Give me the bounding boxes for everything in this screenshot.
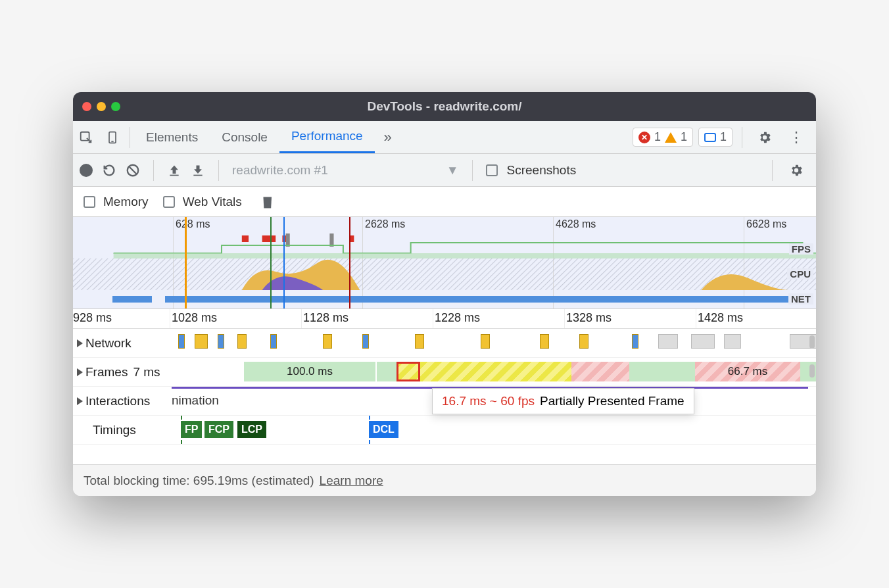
overview-selection-start[interactable] (185, 217, 187, 308)
window-title: DevTools - readwrite.com/ (73, 99, 816, 114)
maximize-icon[interactable] (111, 102, 120, 111)
more-tabs-icon[interactable]: » (375, 121, 401, 153)
overview-tick: 628 ms (176, 218, 210, 230)
frame-duration-first: 7 ms (133, 365, 160, 380)
fps-lane-label: FPS (789, 243, 813, 255)
ruler-tick: 1228 ms (435, 311, 480, 325)
capture-settings-icon[interactable] (783, 163, 809, 178)
expand-icon[interactable] (77, 339, 83, 347)
settings-icon[interactable] (752, 130, 778, 145)
webvitals-checkbox[interactable] (163, 196, 175, 208)
reload-record-button[interactable] (102, 163, 116, 178)
save-profile-button[interactable] (191, 163, 205, 178)
performance-options: Memory Web Vitals (73, 187, 816, 217)
net-lane-label: NET (788, 293, 813, 305)
chevron-down-icon: ▼ (446, 163, 459, 178)
overview-marker-fcp (270, 217, 272, 308)
webvitals-label: Web Vitals (183, 195, 242, 209)
timings-track-label: Timings (93, 423, 136, 437)
overview-marker-dcl (283, 217, 285, 308)
timing-guideline (369, 416, 370, 444)
timings-track[interactable]: Timings FP FCP LCP DCL (73, 416, 816, 445)
learn-more-link[interactable]: Learn more (320, 474, 383, 488)
overview-tick: 6628 ms (746, 218, 786, 230)
screenshots-label: Screenshots (507, 163, 577, 178)
frames-track-label: Frames (85, 365, 128, 380)
garbage-collect-button[interactable] (262, 195, 274, 208)
ruler-tick: 1128 ms (303, 311, 348, 325)
svg-rect-6 (193, 174, 202, 176)
issues-chip[interactable]: ✕ 1 1 (633, 128, 693, 147)
warning-count: 1 (681, 130, 687, 144)
load-profile-button[interactable] (167, 163, 181, 178)
tab-elements[interactable]: Elements (134, 121, 210, 153)
message-icon (704, 133, 716, 142)
animation-label: nimation (172, 393, 219, 408)
ruler-tick: 1028 ms (172, 311, 217, 325)
tab-performance[interactable]: Performance (279, 121, 375, 153)
kebab-menu-icon[interactable]: ⋮ (783, 129, 809, 146)
recording-selector[interactable]: readwrite.com #1 ▼ (232, 163, 459, 178)
close-icon[interactable] (82, 102, 91, 111)
network-track[interactable]: Network (73, 329, 816, 358)
window-controls (82, 102, 120, 111)
frame-selected[interactable] (396, 362, 420, 381)
blocking-time-label: Total blocking time: 695.19ms (estimated… (84, 474, 314, 488)
titlebar: DevTools - readwrite.com/ (73, 92, 816, 121)
panel-tabbar: Elements Console Performance » ✕ 1 1 1 ⋮ (73, 121, 816, 154)
timing-guideline (181, 416, 182, 444)
inspect-element-icon[interactable] (73, 121, 99, 153)
summary-footer: Total blocking time: 695.19ms (estimated… (73, 464, 816, 496)
cpu-lane-label: CPU (787, 268, 813, 280)
message-count: 1 (720, 130, 727, 144)
clear-button[interactable] (126, 163, 140, 178)
interactions-track[interactable]: Interactions nimation 16.7 ms ~ 60 fps P… (73, 387, 816, 416)
minimize-icon[interactable] (97, 102, 106, 111)
recording-name: readwrite.com #1 (232, 163, 328, 178)
svg-line-4 (130, 166, 137, 174)
memory-label: Memory (103, 195, 149, 209)
error-count: 1 (654, 130, 661, 144)
ruler-tick: 928 ms (73, 311, 112, 325)
timeline-ruler[interactable]: 928 ms 1028 ms 1128 ms 1228 ms 1328 ms 1… (73, 309, 816, 329)
devtools-window: DevTools - readwrite.com/ Elements Conso… (73, 92, 816, 496)
overview-marker-lcp (349, 217, 350, 308)
frame-667ms[interactable]: 66.7 ms (695, 362, 800, 381)
frame-100ms-label: 100.0 ms (287, 365, 333, 378)
warning-icon (665, 132, 677, 143)
svg-rect-13 (114, 253, 816, 258)
flamechart-tracks: Network Fra (73, 329, 816, 464)
ruler-tick: 1428 ms (698, 311, 743, 325)
network-track-label: Network (85, 336, 132, 351)
timing-fcp[interactable]: FCP (204, 421, 233, 438)
interactions-track-label: Interactions (85, 394, 150, 408)
svg-rect-10 (350, 235, 354, 242)
expand-icon[interactable] (77, 368, 83, 376)
tab-console[interactable]: Console (210, 121, 279, 153)
ruler-tick: 1328 ms (566, 311, 612, 325)
screenshots-checkbox[interactable] (486, 164, 498, 176)
overview-tick: 2628 ms (365, 218, 405, 230)
messages-chip[interactable]: 1 (698, 128, 733, 147)
overview-tick: 4628 ms (556, 218, 596, 230)
svg-rect-5 (170, 174, 178, 176)
error-icon: ✕ (638, 132, 650, 143)
tooltip-description: Partially Presented Frame (540, 394, 685, 408)
device-toggle-icon[interactable] (99, 121, 126, 153)
timing-dcl[interactable]: DCL (369, 421, 398, 438)
record-button[interactable] (80, 164, 93, 177)
expand-icon[interactable] (77, 397, 83, 405)
performance-toolbar: readwrite.com #1 ▼ Screenshots (73, 154, 816, 187)
memory-checkbox[interactable] (84, 196, 95, 208)
tooltip-timing: 16.7 ms ~ 60 fps (442, 394, 535, 408)
timeline-overview[interactable]: 628 ms 2628 ms 4628 ms 6628 ms (73, 217, 816, 309)
svg-rect-8 (262, 235, 276, 242)
frame-tooltip: 16.7 ms ~ 60 fps Partially Presented Fra… (432, 388, 694, 414)
frames-track[interactable]: Frames 7 ms 100.0 ms 66.7 ms (73, 358, 816, 387)
frame-667ms-label: 66.7 ms (728, 365, 767, 378)
timing-fp[interactable]: FP (181, 421, 202, 438)
timing-lcp[interactable]: LCP (237, 421, 266, 438)
svg-rect-7 (242, 235, 249, 242)
